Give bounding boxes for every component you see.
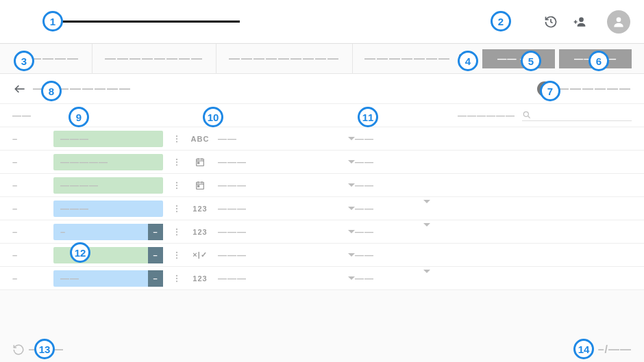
name-chip[interactable]: ——— bbox=[53, 201, 163, 217]
calendar-icon bbox=[190, 180, 210, 191]
svg-point-7 bbox=[176, 135, 177, 136]
row-name-cell[interactable]: ——— bbox=[53, 131, 163, 147]
history-icon[interactable] bbox=[543, 14, 559, 30]
table-row: –———ABC———— bbox=[0, 127, 644, 151]
footer: ——— –/—— bbox=[0, 338, 644, 361]
row-type-cell[interactable]: 123——— bbox=[190, 227, 355, 237]
toolbar-label: ——————— bbox=[364, 53, 451, 65]
name-chip[interactable]: ——— bbox=[53, 131, 163, 147]
boolean-icon: ×|✓ bbox=[190, 250, 210, 259]
row-menu-icon[interactable] bbox=[163, 157, 190, 167]
number-icon: 123 bbox=[190, 205, 210, 213]
chevron-down-icon bbox=[348, 137, 355, 140]
chip-tag: – bbox=[148, 270, 163, 287]
search-field[interactable] bbox=[522, 109, 632, 121]
svg-rect-25 bbox=[198, 185, 199, 187]
row-menu-icon[interactable] bbox=[163, 250, 190, 260]
callout-2: 2 bbox=[491, 11, 511, 31]
row-name-cell[interactable]: –– bbox=[53, 224, 163, 240]
svg-rect-17 bbox=[198, 162, 199, 164]
svg-point-20 bbox=[176, 187, 177, 188]
chevron-down-icon bbox=[348, 183, 355, 187]
refresh-icon[interactable] bbox=[12, 344, 25, 356]
callout-5: 5 bbox=[521, 51, 541, 71]
row-index: – bbox=[12, 227, 53, 237]
col-a: —— bbox=[12, 110, 53, 120]
row-name-cell[interactable]: ——– bbox=[53, 270, 163, 287]
title-placeholder bbox=[62, 21, 240, 23]
search-input[interactable] bbox=[536, 110, 632, 120]
row-name-cell[interactable]: ——— bbox=[53, 201, 163, 217]
add-label: —————— bbox=[558, 83, 632, 95]
row-d: —— bbox=[355, 227, 423, 237]
svg-point-5 bbox=[523, 112, 528, 116]
row-d: —— bbox=[355, 133, 423, 144]
row-extra[interactable] bbox=[423, 273, 458, 283]
text-icon: ABC bbox=[190, 135, 210, 143]
chevron-down-icon bbox=[348, 276, 355, 280]
row-type-label: ——— bbox=[218, 157, 340, 167]
name-chip[interactable]: ———— bbox=[53, 177, 163, 194]
avatar[interactable] bbox=[607, 10, 630, 34]
table-row: ––×|✓————— bbox=[0, 244, 644, 267]
table-row: –————————— bbox=[0, 174, 644, 197]
svg-point-35 bbox=[176, 274, 177, 276]
row-type-cell[interactable]: ×|✓——— bbox=[190, 250, 355, 260]
row-name-cell[interactable]: ————— bbox=[53, 154, 163, 170]
chevron-down-icon bbox=[348, 230, 355, 233]
svg-point-19 bbox=[176, 184, 177, 185]
name-chip[interactable]: –– bbox=[53, 224, 163, 240]
pager: –/—— bbox=[598, 344, 632, 356]
row-menu-icon[interactable] bbox=[163, 134, 190, 144]
row-type-cell[interactable]: 123——— bbox=[190, 273, 355, 283]
column-headers: —— —————— bbox=[0, 104, 644, 127]
row-d: —— bbox=[355, 180, 423, 190]
callout-1: 1 bbox=[42, 11, 63, 31]
row-menu-icon[interactable] bbox=[163, 204, 190, 214]
callout-3: 3 bbox=[14, 51, 34, 71]
row-index: – bbox=[12, 250, 53, 260]
callout-11: 11 bbox=[358, 107, 378, 127]
row-type-cell[interactable]: 123——— bbox=[190, 203, 355, 214]
primary-button[interactable]: —— —— bbox=[482, 49, 555, 68]
row-index: – bbox=[12, 157, 53, 167]
tab-2[interactable]: ————————— bbox=[216, 44, 353, 74]
callout-9: 9 bbox=[69, 107, 89, 127]
chevron-down-icon bbox=[423, 223, 430, 237]
row-type-cell[interactable]: ——— bbox=[190, 180, 355, 191]
svg-point-30 bbox=[176, 231, 177, 232]
svg-point-26 bbox=[176, 205, 177, 206]
row-menu-icon[interactable] bbox=[163, 181, 190, 190]
callout-6: 6 bbox=[589, 51, 609, 71]
add-person-icon[interactable] bbox=[571, 14, 588, 30]
row-menu-icon[interactable] bbox=[163, 274, 190, 283]
tab-0[interactable]: ———— bbox=[30, 44, 92, 74]
tab-1[interactable]: ———————— bbox=[92, 44, 216, 74]
number-icon: 123 bbox=[190, 228, 210, 236]
tabs-toolbar: ———— ———————— ————————— ——————— —— —— ——… bbox=[0, 44, 644, 74]
back-arrow-icon[interactable] bbox=[12, 81, 27, 96]
row-extra[interactable] bbox=[423, 203, 458, 214]
row-d: —— bbox=[355, 273, 423, 283]
row-name-cell[interactable]: ———— bbox=[53, 177, 163, 194]
name-chip[interactable]: ————— bbox=[53, 154, 163, 170]
number-icon: 123 bbox=[190, 274, 210, 283]
row-index: – bbox=[12, 203, 53, 214]
chevron-down-icon bbox=[348, 160, 355, 164]
row-type-label: ——— bbox=[218, 227, 340, 237]
row-index: – bbox=[12, 180, 53, 190]
row-type-cell[interactable]: ——— bbox=[190, 157, 355, 168]
svg-point-9 bbox=[176, 140, 177, 142]
chip-tag: – bbox=[148, 247, 163, 263]
svg-point-8 bbox=[176, 138, 177, 139]
row-menu-icon[interactable] bbox=[163, 227, 190, 237]
svg-line-6 bbox=[528, 116, 530, 118]
svg-point-10 bbox=[176, 158, 177, 159]
app-header bbox=[0, 0, 644, 44]
calendar-icon bbox=[190, 157, 210, 168]
row-type-cell[interactable]: ABC—— bbox=[190, 133, 355, 144]
svg-point-1 bbox=[617, 17, 621, 22]
name-chip[interactable]: ——– bbox=[53, 270, 163, 287]
col-e: —————— bbox=[458, 110, 522, 120]
row-extra[interactable] bbox=[423, 227, 458, 237]
